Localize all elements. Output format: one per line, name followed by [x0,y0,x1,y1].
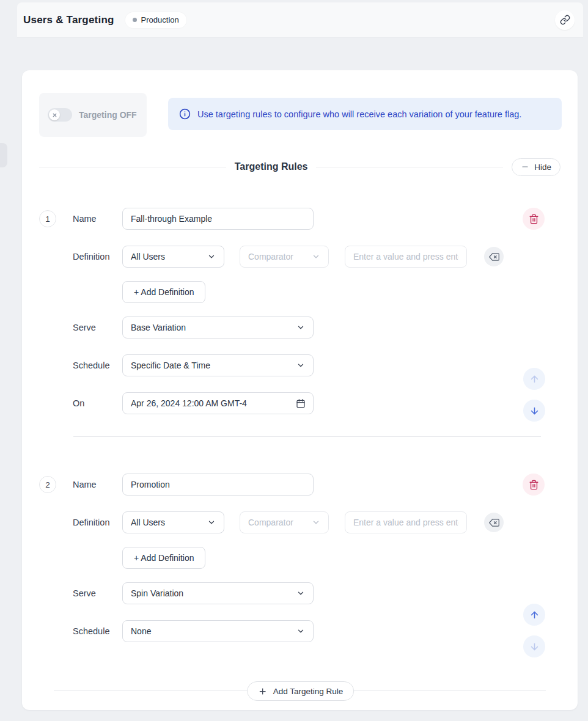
audience-select[interactable]: All Users [122,511,224,533]
schedule-label: Schedule [73,360,122,370]
divider [39,167,226,167]
clear-definition-button[interactable] [484,247,504,266]
targeting-rule-1: 1 Name Definition All Users Comparator [39,208,562,414]
comparator-select[interactable]: Comparator [240,511,329,533]
on-label: On [73,398,122,408]
info-banner: Use targeting rules to configure who wil… [168,98,562,130]
copy-link-button[interactable] [555,10,575,30]
arrow-up-icon [529,610,540,620]
trash-icon [529,214,539,224]
targeting-toggle-label: Targeting OFF [79,110,137,120]
page-header: Users & Targeting Production [17,2,583,38]
arrow-up-icon [529,374,540,384]
rule-number-badge: 1 [39,210,56,227]
hide-button-label: Hide [534,163,551,172]
info-banner-text: Use targeting rules to configure who wil… [197,109,521,119]
clear-definition-button[interactable] [484,513,504,532]
page-title: Users & Targeting [23,14,114,26]
schedule-datetime-value: Apr 26, 2024 12:00 AM GMT-4 [131,398,247,408]
add-rule-row: Add Targeting Rule [39,681,562,701]
move-rule-up-button[interactable] [523,604,545,626]
link-icon [560,15,570,25]
definition-label: Definition [73,252,122,262]
chevron-down-icon [207,518,216,527]
add-definition-button[interactable]: + Add Definition [122,281,205,303]
rule-divider [73,436,541,437]
serve-label: Serve [73,588,122,598]
schedule-label: Schedule [73,626,122,636]
add-targeting-rule-label: Add Targeting Rule [273,687,344,696]
rule-number-badge: 2 [39,476,56,493]
minus-icon [521,163,529,171]
arrow-down-icon [529,642,540,652]
section-title: Targeting Rules [235,161,308,172]
name-label: Name [73,214,122,224]
add-targeting-rule-button[interactable]: Add Targeting Rule [247,681,355,701]
rule-name-input[interactable] [122,474,314,496]
move-rule-down-button[interactable] [523,400,545,422]
name-label: Name [73,480,122,489]
schedule-datetime-field[interactable]: Apr 26, 2024 12:00 AM GMT-4 [122,392,314,414]
comparator-select[interactable]: Comparator [240,246,329,268]
chevron-down-icon [296,361,305,370]
divider [316,167,503,167]
delete-rule-button[interactable] [523,474,545,496]
rule-name-input[interactable] [122,208,314,230]
targeting-toggle-container: Targeting OFF [39,93,147,137]
serve-select[interactable]: Spin Variation [122,582,314,604]
schedule-select-value: None [131,626,151,636]
chevron-down-icon [296,589,305,598]
chevron-down-icon [312,252,320,261]
audience-select-value: All Users [131,252,165,262]
comparator-select-placeholder: Comparator [248,252,293,262]
info-icon [179,108,191,120]
chevron-down-icon [296,323,305,332]
move-rule-up-button[interactable] [523,368,545,390]
schedule-select[interactable]: None [122,620,314,642]
serve-label: Serve [73,323,122,332]
sidebar-handle[interactable] [0,143,7,167]
audience-select-value: All Users [131,518,165,527]
toggle-x-icon [49,109,60,120]
arrow-down-icon [529,406,540,416]
backspace-icon [489,518,499,528]
targeting-rules-header: Targeting Rules Hide [39,158,562,176]
chevron-down-icon [296,627,305,635]
environment-badge-label: Production [141,15,179,24]
trash-icon [529,480,539,490]
targeting-toggle[interactable] [48,108,72,122]
environment-dot-icon [133,18,137,22]
audience-select[interactable]: All Users [122,246,224,268]
delete-rule-button[interactable] [523,208,545,230]
definition-label: Definition [73,518,122,527]
backspace-icon [489,252,499,262]
calendar-icon [296,398,306,408]
chevron-down-icon [312,518,320,527]
serve-select-value: Spin Variation [131,588,183,598]
serve-select[interactable]: Base Variation [122,317,314,339]
targeting-card: Targeting OFF Use targeting rules to con… [22,70,578,710]
comparator-select-placeholder: Comparator [248,518,293,527]
move-rule-down-button[interactable] [523,635,545,657]
hide-rules-button[interactable]: Hide [512,158,560,176]
schedule-select[interactable]: Specific Date & Time [122,354,314,376]
plus-icon [258,687,267,696]
definition-value-input[interactable] [345,511,467,533]
add-definition-button[interactable]: + Add Definition [122,547,205,569]
schedule-select-value: Specific Date & Time [131,360,210,370]
targeting-rule-2: 2 Name Definition All Users Comparator [39,474,562,642]
definition-value-input[interactable] [345,246,467,268]
environment-badge: Production [125,12,186,28]
serve-select-value: Base Variation [131,323,186,332]
chevron-down-icon [207,252,216,261]
